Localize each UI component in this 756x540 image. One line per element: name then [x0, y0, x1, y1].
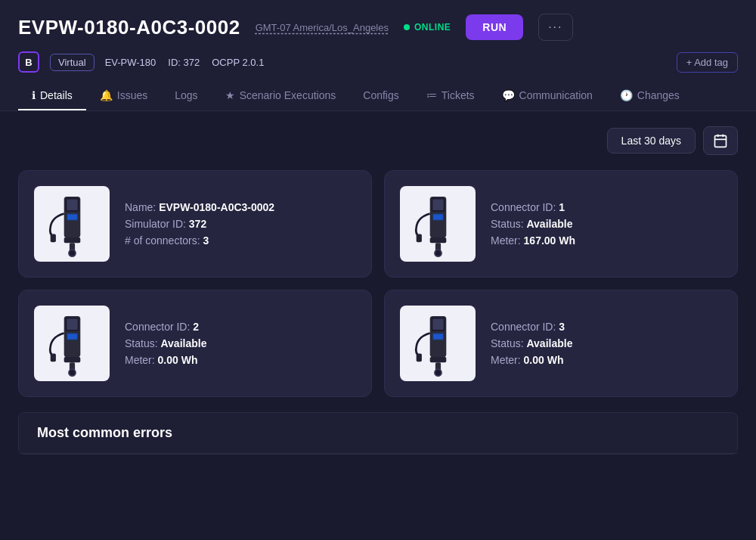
connector-2-info: Connector ID: 2 Status: Available Meter:…	[125, 321, 206, 366]
connector-2-charger-icon	[44, 309, 101, 377]
tab-issues-icon: 🔔	[100, 89, 113, 101]
connector-3-meter-line: Meter: 0.00 Wh	[491, 354, 572, 366]
svg-rect-33	[432, 319, 443, 330]
connector-3-status-value: Available	[526, 337, 572, 349]
connector-1-meter-value: 167.00 Wh	[524, 234, 575, 247]
calendar-button[interactable]	[703, 126, 738, 155]
tab-logs[interactable]: Logs	[161, 82, 211, 110]
svg-point-9	[69, 250, 76, 256]
connector-2-status-label: Status:	[125, 337, 158, 349]
tab-communication-label: Communication	[519, 89, 593, 101]
badge-b: B	[18, 51, 39, 73]
more-options-button[interactable]: ···	[538, 14, 572, 41]
tab-communication-icon: 💬	[502, 89, 515, 101]
name-field-value: EVPW-0180-A0C3-0002	[159, 201, 274, 213]
svg-rect-34	[429, 357, 446, 362]
tab-tickets-icon: ≔	[426, 89, 437, 101]
connectors-line: # of connectors: 3	[125, 234, 274, 247]
svg-rect-10	[50, 234, 55, 243]
tab-scenario-label: Scenario Executions	[240, 89, 336, 101]
tabs-nav: ℹ Details 🔔 Issues Logs ★ Scenario Execu…	[18, 82, 738, 110]
name-line: Name: EVPW-0180-A0C3-0002	[125, 201, 274, 213]
connector-3-status-label: Status:	[491, 337, 524, 349]
cards-grid: Name: EVPW-0180-A0C3-0002 Simulator ID: …	[18, 170, 738, 397]
connector-3-status-line: Status: Available	[491, 337, 572, 349]
tab-issues[interactable]: 🔔 Issues	[86, 82, 161, 110]
status-indicator: ONLINE	[404, 22, 451, 33]
model-label: EV-PW-180	[105, 57, 156, 68]
svg-rect-39	[433, 334, 443, 339]
connector-2-meter-label: Meter:	[125, 354, 155, 366]
toolbar-row: Last 30 days	[18, 126, 738, 155]
svg-rect-15	[432, 200, 443, 210]
tab-changes[interactable]: 🕐 Changes	[606, 82, 693, 110]
tab-tickets[interactable]: ≔ Tickets	[413, 82, 488, 110]
tab-details[interactable]: ℹ Details	[18, 82, 86, 110]
errors-section-title: Most common errors	[19, 413, 737, 454]
header-top: EVPW-0180-A0C3-0002 GMT-07 America/Los_A…	[18, 14, 738, 41]
connector-1-meter-label: Meter:	[491, 234, 521, 247]
simulator-id-value: 372	[189, 218, 206, 230]
connector-3-card: Connector ID: 3 Status: Available Meter:…	[384, 290, 738, 397]
tab-scenario-executions[interactable]: ★ Scenario Executions	[212, 82, 350, 110]
status-dot	[404, 24, 410, 30]
calendar-icon	[713, 133, 728, 148]
connectors-value: 3	[203, 234, 209, 247]
connector-2-status-line: Status: Available	[125, 337, 206, 349]
status-label: ONLINE	[414, 22, 451, 33]
connector-3-id-label: Connector ID:	[491, 321, 556, 333]
svg-rect-0	[715, 135, 727, 147]
connector-3-id-value: 3	[559, 321, 565, 333]
svg-rect-19	[416, 234, 421, 243]
simulator-id-line: Simulator ID: 372	[125, 218, 274, 230]
connector-2-id-label: Connector ID:	[125, 321, 190, 333]
main-info-card: Name: EVPW-0180-A0C3-0002 Simulator ID: …	[18, 170, 372, 278]
connector-1-id-value: 1	[559, 201, 565, 213]
connector-2-image	[34, 306, 110, 381]
connector-2-id-line: Connector ID: 2	[125, 321, 206, 333]
svg-rect-6	[67, 200, 77, 210]
protocol-label: OCPP 2.0.1	[212, 57, 264, 68]
connector-1-card: Connector ID: 1 Status: Available Meter:…	[384, 170, 738, 278]
tab-communication[interactable]: 💬 Communication	[488, 82, 606, 110]
connector-1-id-label: Connector ID:	[491, 201, 556, 213]
tab-issues-label: Issues	[117, 89, 147, 101]
svg-rect-30	[67, 334, 77, 339]
tab-changes-icon: 🕐	[620, 89, 633, 101]
main-card-image	[34, 186, 110, 262]
simulator-id-label: Simulator ID:	[125, 218, 186, 230]
connector-1-status-label: Status:	[491, 218, 524, 230]
svg-rect-16	[429, 237, 446, 243]
timezone: GMT-07 America/Los_Angeles	[256, 22, 389, 33]
tab-logs-label: Logs	[175, 89, 197, 101]
period-button[interactable]: Last 30 days	[607, 128, 696, 154]
svg-rect-37	[416, 354, 421, 362]
connector-2-card: Connector ID: 2 Status: Available Meter:…	[18, 290, 372, 397]
main-card-info: Name: EVPW-0180-A0C3-0002 Simulator ID: …	[125, 201, 274, 247]
connector-1-meter-line: Meter: 167.00 Wh	[491, 234, 575, 247]
connector-2-id-value: 2	[193, 321, 199, 333]
svg-rect-25	[64, 357, 80, 362]
connector-1-charger-icon	[410, 190, 466, 258]
header-sub: B Virtual EV-PW-180 ID: 372 OCPP 2.0.1 +…	[18, 51, 738, 74]
add-tag-button[interactable]: + Add tag	[677, 52, 738, 73]
connector-3-charger-icon	[410, 309, 466, 377]
svg-point-27	[69, 369, 76, 376]
connector-1-image	[400, 186, 476, 262]
main-content: Last 30 days	[0, 111, 756, 470]
errors-section: Most common errors	[18, 412, 738, 455]
header: EVPW-0180-A0C3-0002 GMT-07 America/Los_A…	[0, 0, 756, 111]
header-meta: EV-PW-180 ID: 372 OCPP 2.0.1	[105, 57, 265, 68]
connector-3-id-line: Connector ID: 3	[491, 321, 572, 333]
svg-point-18	[435, 250, 442, 256]
connector-2-meter-value: 0.00 Wh	[158, 354, 198, 366]
svg-rect-21	[433, 214, 443, 219]
device-title: EVPW-0180-A0C3-0002	[18, 16, 240, 39]
connector-3-meter-label: Meter:	[491, 354, 521, 366]
run-button[interactable]: RUN	[466, 14, 523, 40]
tab-tickets-label: Tickets	[442, 89, 475, 101]
tab-configs[interactable]: Configs	[349, 82, 412, 110]
connector-3-info: Connector ID: 3 Status: Available Meter:…	[491, 321, 572, 366]
tab-details-icon: ℹ	[32, 89, 36, 101]
id-label: ID: 372	[168, 57, 200, 68]
